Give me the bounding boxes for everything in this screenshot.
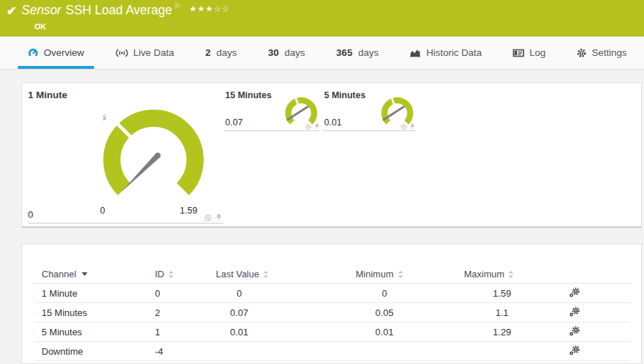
sensor-title-name: SSH Load Average bbox=[65, 3, 172, 17]
column-header-label: Maximum bbox=[464, 269, 504, 279]
status-ok-check-icon: ✔ bbox=[6, 4, 16, 19]
gauge-current-value: 0.07 bbox=[225, 118, 242, 128]
tab-value: 2 bbox=[205, 47, 211, 58]
table-row-5-minutes: 5 Minutes 1 0.01 0.01 1.29 bbox=[22, 322, 641, 342]
column-header-minimum[interactable]: Minimum bbox=[356, 269, 404, 279]
channel-maximum: 1.29 bbox=[468, 327, 536, 337]
channel-minimum: 0 bbox=[350, 288, 419, 299]
gauge-title-15-minutes: 15 Minutes bbox=[225, 90, 272, 100]
channel-settings-icon bbox=[569, 287, 580, 297]
gauge-pin-icon[interactable] bbox=[409, 123, 416, 130]
gauges-panel: 1 Minute x̄ 0 1.59 0 15 Minutes 0.07 5 M… bbox=[22, 82, 642, 228]
gauges-graphic bbox=[22, 83, 641, 226]
sensor-title: SensorSSH Load Average⚐★★★☆☆ bbox=[22, 2, 230, 18]
channel-minimum: 0.01 bbox=[350, 327, 419, 337]
tab-value: 365 bbox=[336, 47, 353, 58]
channel-id: 0 bbox=[155, 288, 160, 299]
gear-icon bbox=[577, 48, 587, 58]
tab-2-days[interactable]: 2 days bbox=[195, 37, 247, 69]
main-gauge-needle bbox=[121, 153, 160, 192]
gauge-scale-min: 0 bbox=[94, 206, 111, 216]
sensor-status-header: ✔ SensorSSH Load Average⚐★★★☆☆ OK bbox=[0, 0, 644, 37]
sort-icon bbox=[262, 270, 269, 279]
table-row-downtime: Downtime -4 bbox=[22, 342, 641, 361]
channel-name: 15 Minutes bbox=[42, 307, 87, 318]
tab-label: days bbox=[217, 47, 237, 58]
gauge-pin-icon[interactable] bbox=[214, 214, 223, 222]
flag-icon[interactable]: ⚐ bbox=[174, 2, 181, 10]
column-header-last-value[interactable]: Last Value bbox=[216, 269, 269, 279]
column-header-channel[interactable]: Channel bbox=[42, 269, 87, 279]
gauge-icon bbox=[28, 48, 39, 58]
gauge-settings-gear-icon[interactable] bbox=[400, 123, 407, 130]
divider bbox=[28, 223, 224, 224]
channel-settings-icon bbox=[569, 345, 580, 355]
gauge-settings-gear-icon[interactable] bbox=[204, 214, 212, 222]
sort-icon bbox=[508, 270, 514, 279]
table-row-1-minute: 1 Minute 0 0 0 1.59 bbox=[22, 284, 641, 303]
tab-log[interactable]: Log bbox=[503, 37, 556, 69]
channel-settings-icon bbox=[569, 307, 580, 317]
column-header-id[interactable]: ID bbox=[155, 269, 174, 279]
sort-icon bbox=[168, 270, 174, 279]
table-row-15-minutes: 15 Minutes 2 0.07 0.05 1.1 bbox=[22, 303, 641, 322]
tab-live-data[interactable]: Live Data bbox=[105, 37, 184, 69]
sort-desc-icon bbox=[82, 272, 87, 276]
tab-value: 30 bbox=[268, 47, 279, 58]
channel-minimum: 0.05 bbox=[350, 307, 419, 318]
edit-channel-button[interactable] bbox=[567, 326, 582, 338]
tab-label: Overview bbox=[44, 47, 84, 58]
gauge-average-marker: x̄ bbox=[103, 113, 106, 122]
channel-name: 1 Minute bbox=[42, 288, 77, 299]
channel-maximum: 1.1 bbox=[468, 307, 536, 318]
edit-channel-button[interactable] bbox=[567, 307, 582, 319]
gauge-current-value: 0.01 bbox=[324, 118, 341, 128]
log-icon bbox=[513, 49, 524, 57]
channel-last-value: 0.07 bbox=[205, 307, 273, 318]
tab-label: days bbox=[358, 47, 379, 58]
tab-label: Log bbox=[529, 47, 546, 58]
tab-label: days bbox=[285, 47, 306, 58]
tab-label: Live Data bbox=[133, 47, 174, 58]
area-chart-icon bbox=[409, 48, 421, 57]
channels-table-panel: Channel ID Last Value Minimum bbox=[22, 244, 642, 364]
channel-name: Downtime bbox=[42, 346, 83, 357]
priority-stars[interactable]: ★★★☆☆ bbox=[189, 4, 230, 13]
tab-365-days[interactable]: 365 days bbox=[326, 37, 389, 69]
column-header-label: Last Value bbox=[216, 269, 259, 279]
sensor-tab-bar: Overview Live Data 2 days 30 days 365 da… bbox=[0, 37, 644, 70]
edit-channel-button[interactable] bbox=[567, 287, 582, 300]
channel-id: -4 bbox=[155, 346, 164, 357]
gauge-pin-icon[interactable] bbox=[313, 123, 321, 130]
column-header-label: Minimum bbox=[356, 269, 394, 279]
channel-id: 2 bbox=[155, 307, 160, 318]
column-header-maximum[interactable]: Maximum bbox=[464, 269, 514, 279]
channel-last-value: 0.01 bbox=[205, 327, 273, 337]
broadcast-icon bbox=[115, 49, 128, 57]
gauge-scale-max: 1.59 bbox=[176, 206, 202, 216]
status-badge: OK bbox=[34, 22, 47, 31]
gauge-title-1-minute: 1 Minute bbox=[28, 90, 67, 100]
gauge-settings-gear-icon[interactable] bbox=[305, 123, 312, 130]
divider bbox=[224, 130, 320, 131]
channel-id: 1 bbox=[155, 327, 160, 337]
gauge-current-value: 0 bbox=[28, 209, 33, 220]
sort-icon bbox=[397, 270, 404, 279]
tab-settings[interactable]: Settings bbox=[567, 37, 637, 69]
gauge-title-5-minutes: 5 Minutes bbox=[324, 90, 366, 100]
tab-historic-data[interactable]: Historic Data bbox=[399, 37, 491, 69]
channel-settings-icon bbox=[569, 326, 580, 336]
channel-maximum: 1.59 bbox=[468, 288, 536, 299]
tab-30-days[interactable]: 30 days bbox=[258, 37, 316, 69]
divider bbox=[322, 130, 415, 131]
tab-label: Historic Data bbox=[426, 47, 481, 58]
sensor-title-prefix: Sensor bbox=[22, 3, 61, 17]
edit-channel-button[interactable] bbox=[567, 345, 582, 358]
channel-last-value: 0 bbox=[205, 288, 273, 299]
tab-overview[interactable]: Overview bbox=[18, 37, 94, 69]
table-header-row: Channel ID Last Value Minimum bbox=[22, 264, 641, 284]
prtg-sensor-page: ✔ SensorSSH Load Average⚐★★★☆☆ OK Overvi… bbox=[0, 0, 644, 364]
column-header-label: Channel bbox=[42, 269, 76, 279]
channel-name: 5 Minutes bbox=[42, 327, 82, 337]
column-header-label: ID bbox=[155, 269, 164, 279]
